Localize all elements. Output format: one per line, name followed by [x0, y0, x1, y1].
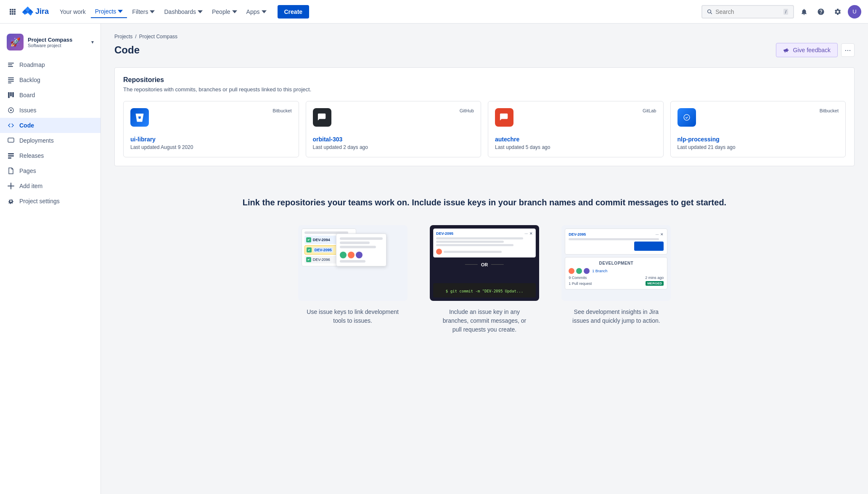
illustration-img-3: DEV-2095 ··· ✕: [561, 225, 671, 301]
top-navigation: Jira Your work Projects Filters Dashboar…: [0, 0, 868, 24]
jira-logo[interactable]: Jira: [22, 6, 49, 18]
repo-name: nlp-processing: [677, 136, 839, 143]
breadcrumb-projects[interactable]: Projects: [114, 34, 132, 40]
nav-dashboards[interactable]: Dashboards: [160, 6, 207, 18]
svg-rect-16: [8, 92, 10, 98]
gitlab-icon: [495, 108, 513, 127]
nav-items: Your work Projects Filters Dashboards Pe…: [56, 5, 270, 18]
repositories-title: Repositories: [123, 76, 846, 84]
jira-logo-text: Jira: [35, 7, 49, 16]
sidebar-item-label: Deployments: [19, 137, 54, 144]
svg-rect-23: [8, 155, 14, 157]
nav-projects[interactable]: Projects: [91, 5, 127, 18]
sidebar-item-label: Pages: [19, 167, 36, 174]
project-info: Project Compass Software project: [28, 37, 87, 48]
sidebar: 🚀 Project Compass Software project ▾ Roa…: [0, 24, 101, 494]
svg-rect-15: [8, 82, 11, 83]
add-icon: [7, 182, 15, 190]
grid-icon[interactable]: [7, 6, 19, 18]
svg-rect-6: [10, 13, 11, 15]
sidebar-item-label: Backlog: [19, 77, 40, 83]
sidebar-item-project-settings[interactable]: Project settings: [0, 194, 101, 209]
sidebar-item-releases[interactable]: Releases: [0, 148, 101, 163]
nav-people[interactable]: People: [208, 6, 241, 18]
more-options-button[interactable]: ···: [841, 43, 855, 57]
nav-apps[interactable]: Apps: [242, 6, 271, 18]
main-content: Projects / Project Compass Code Give fee…: [101, 24, 868, 494]
repo-updated: Last updated August 9 2020: [130, 144, 292, 150]
create-button[interactable]: Create: [278, 5, 310, 19]
repo-name: orbital-303: [313, 136, 474, 143]
repo-name: ui-library: [130, 136, 292, 143]
sidebar-item-pages[interactable]: Pages: [0, 163, 101, 178]
svg-rect-2: [14, 9, 16, 11]
sidebar-item-label: Code: [19, 122, 34, 129]
megaphone-icon: [783, 47, 790, 53]
sidebar-item-backlog[interactable]: Backlog: [0, 72, 101, 88]
page-layout: 🚀 Project Compass Software project ▾ Roa…: [0, 0, 868, 494]
releases-icon: [7, 151, 15, 160]
svg-rect-0: [10, 9, 11, 11]
avatar[interactable]: U: [848, 5, 861, 19]
illustration-img-1: DEV-2094 DEV-2095: [298, 225, 408, 301]
svg-rect-11: [8, 66, 13, 67]
code-icon: [7, 121, 15, 130]
search-input[interactable]: [715, 8, 780, 15]
sidebar-item-label: Releases: [19, 152, 44, 159]
notifications-button[interactable]: [797, 5, 811, 19]
sidebar-item-label: Board: [19, 92, 35, 98]
repo-updated: Last updated 2 days ago: [313, 144, 474, 150]
svg-rect-12: [8, 77, 14, 78]
settings-button[interactable]: [831, 5, 844, 19]
sidebar-item-label: Project settings: [19, 198, 60, 205]
search-shortcut: /: [783, 9, 788, 15]
breadcrumb-project-compass[interactable]: Project Compass: [139, 34, 177, 40]
repo-card-autechre[interactable]: GitLab autechre Last updated 5 days ago: [488, 101, 664, 157]
sidebar-item-roadmap[interactable]: Roadmap: [0, 57, 101, 72]
bitbucket-icon: [130, 108, 149, 127]
search-box[interactable]: /: [701, 5, 794, 19]
sidebar-item-board[interactable]: Board: [0, 88, 101, 103]
svg-rect-17: [10, 92, 12, 96]
illustration-dev-panel: DEV-2095 ··· ✕: [559, 225, 674, 334]
backlog-icon: [7, 76, 15, 84]
svg-rect-14: [8, 81, 14, 82]
repo-grid: Bitbucket ui-library Last updated August…: [123, 101, 846, 157]
svg-rect-3: [10, 11, 11, 13]
repo-card-orbital-303[interactable]: GitHub orbital-303 Last updated 2 days a…: [306, 101, 482, 157]
svg-rect-7: [12, 13, 13, 15]
sidebar-item-code[interactable]: Code: [0, 118, 101, 133]
help-button[interactable]: [814, 5, 828, 19]
repo-card-nlp-processing[interactable]: Bitbucket nlp-processing Last updated 21…: [670, 101, 846, 157]
board-icon: [7, 91, 15, 99]
svg-rect-4: [12, 11, 13, 13]
repo-badge: Bitbucket: [273, 108, 291, 113]
nav-your-work[interactable]: Your work: [56, 6, 90, 18]
repo-card-ui-library[interactable]: Bitbucket ui-library Last updated August…: [123, 101, 299, 157]
repo-updated: Last updated 5 days ago: [495, 144, 656, 150]
repo-badge: GitHub: [460, 108, 474, 113]
nav-filters[interactable]: Filters: [128, 6, 159, 18]
illustration-caption-3: See development insights in Jira issues …: [570, 308, 662, 325]
project-name: Project Compass: [28, 37, 87, 43]
sidebar-item-issues[interactable]: Issues: [0, 103, 101, 118]
illustration-terminal: DEV-2095 ··· ✕: [427, 225, 542, 334]
svg-rect-1: [12, 9, 13, 11]
svg-rect-21: [8, 138, 14, 142]
topnav-right: / U: [701, 5, 861, 19]
bitbucket2-icon: [677, 108, 696, 127]
give-feedback-label: Give feedback: [793, 47, 831, 53]
issues-icon: [7, 106, 15, 114]
project-header[interactable]: 🚀 Project Compass Software project ▾: [0, 30, 101, 57]
page-title: Code: [114, 44, 140, 56]
sidebar-item-deployments[interactable]: Deployments: [0, 133, 101, 148]
sidebar-item-add-item[interactable]: Add item: [0, 178, 101, 194]
repositories-desc: The repositories with commits, branches …: [123, 86, 846, 93]
give-feedback-button[interactable]: Give feedback: [776, 43, 838, 57]
illustration-issue-keys: DEV-2094 DEV-2095: [295, 225, 410, 334]
search-icon: [707, 9, 712, 15]
illustration-caption-1: Use issue keys to link development tools…: [307, 308, 399, 325]
illustrations-grid: DEV-2094 DEV-2095: [295, 225, 674, 334]
page-header: Code Give feedback ···: [114, 43, 855, 57]
svg-rect-24: [8, 157, 11, 159]
